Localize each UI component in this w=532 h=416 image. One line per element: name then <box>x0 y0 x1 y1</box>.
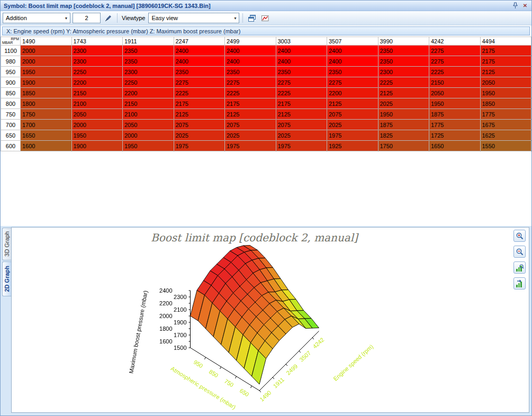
row-header[interactable]: 900 <box>1 77 21 88</box>
surface-plot-canvas[interactable] <box>16 243 508 413</box>
map-cell[interactable]: 1775 <box>429 120 481 130</box>
map-cell[interactable]: 2125 <box>378 88 429 98</box>
map-cell[interactable]: 2200 <box>71 77 123 88</box>
map-cell[interactable]: 1750 <box>378 141 429 151</box>
tab-3d-graph[interactable]: 3D Graph <box>2 228 11 260</box>
operation-select[interactable]: Addition ▼ <box>3 13 70 23</box>
map-cell[interactable]: 2025 <box>276 130 327 141</box>
map-cell[interactable]: 2125 <box>327 98 378 109</box>
map-cell[interactable]: 1675 <box>480 120 531 130</box>
fit-view-button[interactable] <box>513 277 526 290</box>
col-header[interactable]: 3990 <box>378 37 429 46</box>
map-cell[interactable]: 2400 <box>276 46 327 56</box>
map-cell[interactable]: 1950 <box>21 67 72 77</box>
map-cell[interactable]: 2225 <box>174 88 225 98</box>
map-cell[interactable]: 1700 <box>21 120 72 130</box>
map-cell[interactable]: 2350 <box>225 67 276 77</box>
col-header[interactable]: 4242 <box>429 37 481 46</box>
apply-pen-button[interactable] <box>103 13 114 24</box>
map-cell[interactable]: 1550 <box>480 141 531 151</box>
map-cell[interactable]: 2400 <box>225 56 276 67</box>
map-cell[interactable]: 2400 <box>327 56 378 67</box>
map-cell[interactable]: 2300 <box>123 67 174 77</box>
map-cell[interactable]: 2400 <box>327 46 378 56</box>
map-cell[interactable]: 2300 <box>378 67 429 77</box>
row-header[interactable]: 950 <box>1 67 21 77</box>
map-cell[interactable]: 2225 <box>429 67 481 77</box>
map-cell[interactable]: 2300 <box>71 46 123 56</box>
map-cell[interactable]: 2175 <box>174 98 225 109</box>
map-cell[interactable]: 1975 <box>276 141 327 151</box>
map-cell[interactable]: 2175 <box>480 46 531 56</box>
map-cell[interactable]: 2350 <box>327 67 378 77</box>
viewtype-select[interactable]: Easy view ▼ <box>148 13 239 23</box>
map-cell[interactable]: 1850 <box>21 88 72 98</box>
map-cell[interactable]: 1900 <box>71 141 123 151</box>
titlebar[interactable]: Symbol: Boost limit map [codeblock 2, ma… <box>1 1 531 11</box>
col-header[interactable]: 1911 <box>123 37 174 46</box>
map-cell[interactable]: 2175 <box>480 56 531 67</box>
map-cell[interactable]: 2400 <box>174 56 225 67</box>
map-cell[interactable]: 1875 <box>378 120 429 130</box>
map-cell[interactable]: 1950 <box>429 98 481 109</box>
map-cell[interactable]: 1950 <box>123 141 174 151</box>
map-cell[interactable]: 2050 <box>123 120 174 130</box>
map-cell[interactable]: 1975 <box>174 141 225 151</box>
map-cell[interactable]: 1925 <box>327 141 378 151</box>
row-header[interactable]: 750 <box>1 109 21 120</box>
map-cell[interactable]: 2350 <box>276 67 327 77</box>
map-cell[interactable]: 2250 <box>123 77 174 88</box>
map-cell[interactable]: 2075 <box>327 109 378 120</box>
amount-input[interactable] <box>73 13 101 23</box>
map-cell[interactable]: 2075 <box>276 120 327 130</box>
tab-2d-graph[interactable]: 2D Graph <box>2 261 11 296</box>
col-header[interactable]: 2499 <box>225 37 276 46</box>
row-header[interactable]: 650 <box>1 130 21 141</box>
map-cell[interactable]: 1750 <box>21 109 72 120</box>
map-cell[interactable]: 1875 <box>429 109 481 120</box>
map-cell[interactable]: 2000 <box>21 56 72 67</box>
map-cell[interactable]: 2125 <box>276 109 327 120</box>
map-cell[interactable]: 2125 <box>480 67 531 77</box>
map-cell[interactable]: 2350 <box>123 56 174 67</box>
map-cell[interactable]: 2150 <box>71 88 123 98</box>
map-cell[interactable]: 2075 <box>174 120 225 130</box>
col-header[interactable]: 3003 <box>276 37 327 46</box>
map-cell[interactable]: 2025 <box>378 98 429 109</box>
map-cell[interactable]: 2350 <box>174 67 225 77</box>
map-cell[interactable]: 1975 <box>327 130 378 141</box>
map-cell[interactable]: 2225 <box>276 88 327 98</box>
map-cell[interactable]: 2125 <box>225 109 276 120</box>
map-cell[interactable]: 2025 <box>327 120 378 130</box>
map-cell[interactable]: 2050 <box>71 109 123 120</box>
map-cell[interactable]: 2000 <box>71 120 123 130</box>
map-cell[interactable]: 2275 <box>276 77 327 88</box>
map-cell[interactable]: 1775 <box>480 109 531 120</box>
row-header[interactable]: 800 <box>1 98 21 109</box>
map-cell[interactable]: 1825 <box>378 130 429 141</box>
map-cell[interactable]: 1650 <box>21 130 72 141</box>
close-button[interactable]: ✕ <box>521 2 529 10</box>
map-cell[interactable]: 2075 <box>225 120 276 130</box>
row-header[interactable]: 1100 <box>1 46 21 56</box>
map-cell[interactable]: 2025 <box>225 130 276 141</box>
row-header[interactable]: 600 <box>1 141 21 151</box>
map-cell[interactable]: 1725 <box>429 130 481 141</box>
original-curve-button[interactable] <box>259 13 270 24</box>
map-cell[interactable]: 2225 <box>378 77 429 88</box>
map-cell[interactable]: 2050 <box>480 77 531 88</box>
map-cell[interactable]: 1850 <box>480 98 531 109</box>
map-cell[interactable]: 2275 <box>327 77 378 88</box>
map-cell[interactable]: 2150 <box>429 77 481 88</box>
map-cell[interactable]: 2350 <box>378 56 429 67</box>
map-cell[interactable]: 2400 <box>174 46 225 56</box>
map-cell[interactable]: 2150 <box>123 98 174 109</box>
col-header[interactable]: 2247 <box>174 37 225 46</box>
map-cell[interactable]: 2300 <box>71 56 123 67</box>
row-header[interactable]: 850 <box>1 88 21 98</box>
map-cell[interactable]: 2200 <box>123 88 174 98</box>
zoom-in-button[interactable] <box>513 230 526 242</box>
map-cell[interactable]: 2175 <box>225 98 276 109</box>
map-cell[interactable]: 1950 <box>71 130 123 141</box>
map-cell[interactable]: 1625 <box>480 130 531 141</box>
